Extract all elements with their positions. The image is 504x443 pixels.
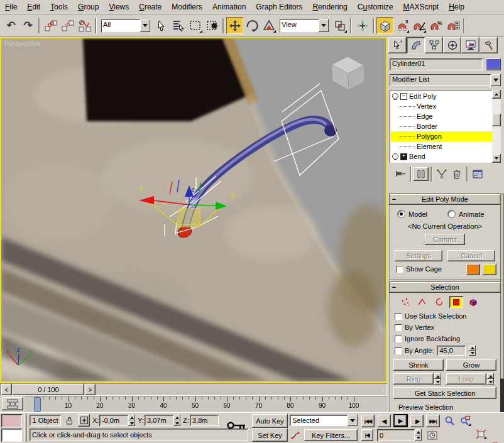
dropdown-arrow-icon[interactable] [319, 19, 329, 32]
y-coord-field[interactable]: 3,07m [145, 415, 173, 426]
key-filters-button[interactable]: Key Filters... [304, 429, 358, 441]
reference-coordinate-system-dropdown[interactable]: View [280, 19, 329, 32]
menu-modifiers[interactable]: Modifiers [167, 1, 207, 13]
loop-spinner[interactable] [487, 373, 494, 385]
play-animation-button[interactable]: ▶ [393, 414, 408, 427]
default-tangent-button[interactable] [290, 429, 302, 441]
select-by-name-button[interactable] [170, 17, 187, 34]
set-key-button[interactable]: Set Key [252, 429, 288, 442]
show-end-result-button[interactable] [414, 167, 429, 181]
dropdown-arrow-icon[interactable] [140, 19, 150, 32]
expand-collapse-icon[interactable]: − [400, 93, 407, 100]
edge-mode-button[interactable] [415, 296, 429, 308]
track-bar-ruler[interactable]: 0102030405060708090100 [25, 397, 387, 412]
key-mode-dropdown[interactable]: Selected [290, 415, 358, 426]
select-and-move-button[interactable] [226, 17, 243, 34]
zoom-extents-all-button[interactable] [490, 440, 503, 443]
y-coord-spinner[interactable] [173, 415, 180, 426]
bind-to-space-warp-button[interactable] [76, 17, 93, 34]
stack-item-border[interactable]: Border [391, 121, 492, 131]
checkbox-icon[interactable] [395, 336, 402, 342]
pin-stack-button[interactable] [393, 167, 408, 181]
get-stack-selection-button[interactable]: Get Stack Selection [393, 387, 496, 399]
zoom-extents-button[interactable] [474, 427, 488, 440]
menu-tools[interactable]: Tools [45, 1, 73, 13]
dropdown-arrow-icon[interactable] [348, 415, 358, 426]
model-radio[interactable]: Model [397, 210, 427, 218]
next-frame-button[interactable]: ||▶ [410, 415, 424, 427]
stack-item-vertex[interactable]: Vertex [391, 101, 492, 111]
checkbox-use-stack-selection[interactable]: Use Stack Selection [390, 310, 500, 322]
time-slider-handle[interactable]: 0 / 100 [13, 384, 84, 395]
stack-item-polygon[interactable]: Polygon [391, 131, 492, 141]
cage-color-1[interactable] [466, 264, 480, 275]
menu-customize[interactable]: Customize [353, 1, 398, 13]
modifier-enable-bulb-icon[interactable] [392, 93, 398, 99]
tab-hierarchy[interactable] [425, 37, 443, 53]
grow-button[interactable]: Grow [446, 359, 496, 371]
spinner-snap-toggle-button[interactable] [444, 17, 461, 34]
animate-radio[interactable]: Animate [447, 210, 484, 218]
stack-scrollbar[interactable] [492, 90, 501, 163]
menu-animation[interactable]: Animation [207, 1, 251, 13]
scroll-thumb[interactable] [492, 114, 501, 126]
scroll-thumb[interactable] [500, 194, 504, 379]
menu-create[interactable]: Create [134, 1, 167, 13]
menu-views[interactable]: Views [104, 1, 134, 13]
modifier-list-dropdown[interactable]: Modifier List [390, 74, 501, 86]
go-to-end-button[interactable]: ▶▶| [426, 415, 440, 427]
show-cage-checkbox[interactable]: Show Cage [396, 265, 442, 273]
selection-filter-dropdown[interactable]: All [101, 19, 150, 32]
previous-frame-button[interactable]: ◀|| [378, 415, 391, 427]
current-frame-field[interactable]: 0 [377, 429, 415, 441]
absolute-mode-transform-toggle[interactable] [78, 414, 90, 427]
window-crossing-toggle-button[interactable] [204, 17, 221, 34]
ring-spinner[interactable] [434, 373, 441, 385]
auto-key-button[interactable]: Auto Key [252, 414, 288, 428]
tab-utilities[interactable] [479, 37, 498, 53]
frame-spinner[interactable] [415, 429, 422, 441]
selection-lock-toggle[interactable] [64, 415, 75, 426]
current-frame-marker[interactable] [34, 397, 41, 412]
menu-group[interactable]: Group [73, 1, 104, 13]
open-mini-curve-editor-button[interactable] [2, 397, 23, 410]
tab-modify[interactable] [407, 37, 425, 53]
cancel-button[interactable]: Cancel [447, 250, 495, 261]
checkbox-icon[interactable] [395, 324, 402, 331]
vertex-mode-button[interactable] [398, 296, 412, 308]
loop-button[interactable]: Loop [446, 373, 486, 385]
use-pivot-point-center-button[interactable] [331, 17, 348, 34]
rollout-header-selection[interactable]: − Selection [389, 282, 501, 293]
menu-edit[interactable]: Edit [22, 1, 45, 13]
menu-maxscript[interactable]: MAXScript [398, 1, 444, 13]
undo-button[interactable]: ↶ [3, 17, 19, 34]
menu-file[interactable]: File [0, 1, 22, 13]
by-angle-field[interactable]: 45,0 [437, 346, 466, 356]
scroll-up-button[interactable] [492, 90, 501, 99]
previous-frame-slider-button[interactable]: < [1, 384, 12, 395]
tab-create[interactable] [388, 37, 407, 53]
go-to-start-button[interactable]: |◀◀ [361, 415, 375, 427]
percent-snap-toggle-button[interactable]: % [427, 17, 444, 34]
next-frame-slider-button[interactable]: > [85, 384, 96, 395]
z-coord-field[interactable]: 3,8m [190, 415, 219, 426]
rectangular-selection-region-button[interactable] [187, 17, 204, 34]
by-angle-spinner[interactable] [469, 346, 476, 356]
make-unique-button[interactable] [434, 167, 449, 181]
keyboard-override-toggle-button[interactable] [376, 17, 393, 34]
shrink-button[interactable]: Shrink [393, 359, 444, 371]
cage-color-2[interactable] [483, 264, 496, 275]
tab-motion[interactable] [443, 37, 461, 53]
x-coord-field[interactable]: -0,0m [99, 415, 128, 426]
tab-display[interactable] [461, 37, 479, 53]
maxscript-listener-pane[interactable] [1, 429, 22, 442]
x-coord-spinner[interactable] [128, 415, 135, 426]
time-slider[interactable]: < 0 / 100 > [0, 383, 387, 396]
ring-button[interactable]: Ring [393, 373, 434, 385]
scroll-down-button[interactable] [492, 154, 501, 163]
key-mode-toggle-button[interactable]: |◀| [361, 429, 373, 441]
border-mode-button[interactable] [432, 296, 446, 308]
macro-recorder-pane[interactable] [1, 414, 22, 427]
commit-button[interactable]: Commit [425, 234, 465, 245]
redo-button[interactable]: ↷ [19, 17, 36, 34]
